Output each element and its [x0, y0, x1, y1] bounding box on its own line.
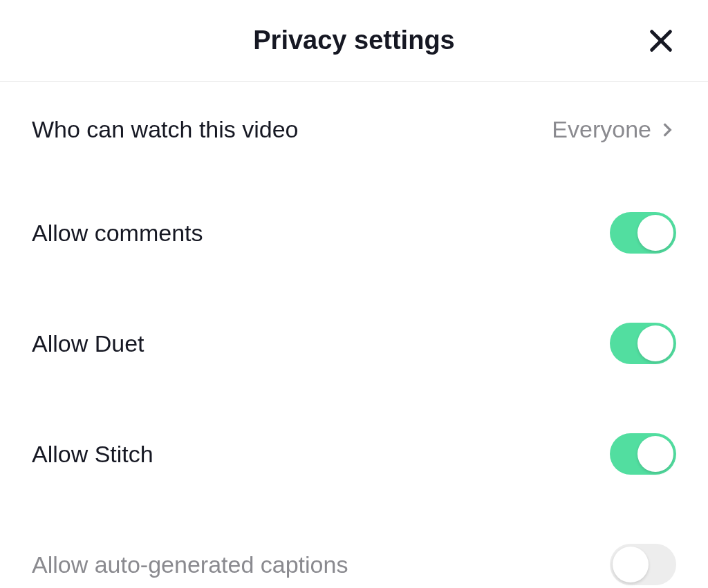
header: Privacy settings: [0, 0, 708, 82]
chevron-right-icon: [658, 121, 676, 139]
toggle-knob: [637, 215, 673, 251]
page-title: Privacy settings: [253, 26, 454, 55]
settings-list: Who can watch this video Everyone Allow …: [0, 82, 708, 588]
comments-row[interactable]: Allow comments: [28, 178, 680, 288]
visibility-value-wrap: Everyone: [552, 116, 676, 143]
comments-label: Allow comments: [32, 220, 203, 247]
toggle-knob: [637, 436, 673, 472]
captions-row[interactable]: Allow auto-generated captions: [28, 509, 680, 588]
close-icon: [647, 27, 675, 55]
visibility-label: Who can watch this video: [32, 116, 299, 143]
toggle-knob: [637, 325, 673, 361]
stitch-row[interactable]: Allow Stitch: [28, 399, 680, 509]
duet-toggle[interactable]: [610, 323, 676, 364]
visibility-row[interactable]: Who can watch this video Everyone: [28, 82, 680, 178]
stitch-toggle[interactable]: [610, 433, 676, 475]
comments-toggle[interactable]: [610, 212, 676, 254]
duet-label: Allow Duet: [32, 330, 145, 357]
toggle-knob: [613, 547, 649, 582]
captions-toggle[interactable]: [610, 544, 676, 585]
captions-label: Allow auto-generated captions: [32, 551, 348, 578]
visibility-value: Everyone: [552, 116, 651, 143]
duet-row[interactable]: Allow Duet: [28, 288, 680, 399]
stitch-label: Allow Stitch: [32, 441, 153, 468]
close-button[interactable]: [642, 21, 680, 60]
